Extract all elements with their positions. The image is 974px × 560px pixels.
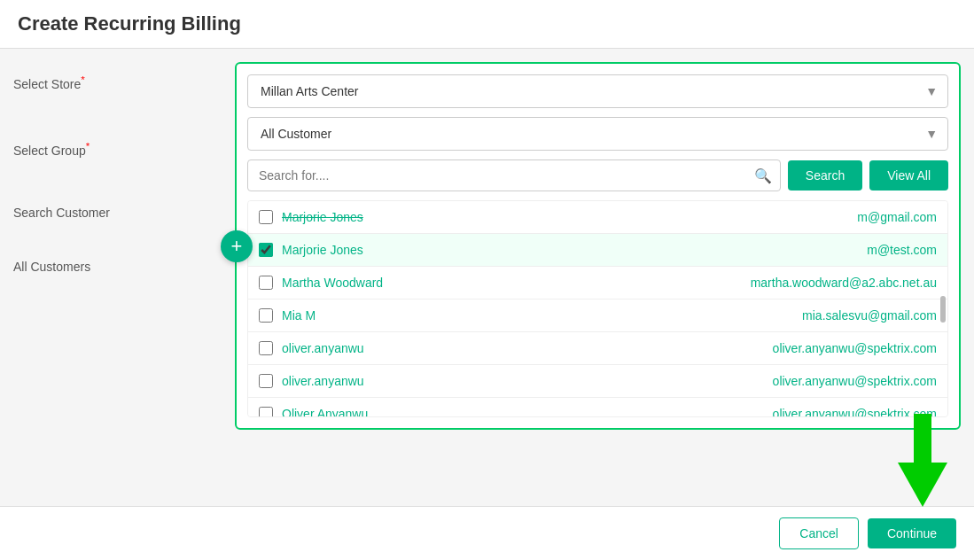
select-group-label: Select Group* — [13, 140, 217, 158]
table-row: Oliver Anyanwuoliver.anyanwu@spektrix.co… — [248, 398, 947, 417]
form-box: Millan Arts Center ▼ All Customer ▼ 🔍 — [235, 62, 961, 430]
customer-name[interactable]: Mia M — [282, 308, 802, 323]
search-button[interactable]: Search — [788, 160, 862, 191]
search-icon: 🔍 — [754, 167, 772, 184]
table-row: Mia Mmia.salesvu@gmail.com — [248, 299, 947, 332]
search-input[interactable] — [247, 159, 781, 191]
customer-email: m@test.com — [867, 243, 937, 257]
arrow-indicator — [898, 414, 947, 507]
store-select-wrapper: Millan Arts Center ▼ — [247, 74, 948, 108]
store-select[interactable]: Millan Arts Center — [247, 74, 948, 108]
customer-email: oliver.anyanwu@spektrix.com — [773, 374, 937, 388]
customer-checkbox-6[interactable] — [259, 407, 273, 417]
add-customer-button[interactable]: + — [221, 230, 253, 262]
search-row: 🔍 Search View All — [247, 159, 948, 191]
content-area: Select Store* Select Group* Search Custo… — [0, 49, 974, 506]
page-footer: Cancel Continue — [0, 506, 974, 560]
all-customers-label: All Customers — [13, 260, 217, 274]
customer-checkbox-3[interactable] — [259, 308, 273, 323]
table-row: oliver.anyanwuoliver.anyanwu@spektrix.co… — [248, 332, 947, 365]
customer-name[interactable]: Marjorie Jones — [282, 210, 857, 224]
cancel-button[interactable]: Cancel — [779, 517, 859, 549]
customer-email: m@gmail.com — [857, 210, 937, 224]
customer-checkbox-4[interactable] — [259, 341, 273, 355]
customer-email: mia.salesvu@gmail.com — [802, 308, 937, 323]
customer-name[interactable]: oliver.anyanwu — [282, 374, 773, 388]
customer-email: martha.woodward@a2.abc.net.au — [751, 276, 937, 290]
customer-checkbox-2[interactable] — [259, 276, 273, 290]
arrow-shaft — [914, 414, 931, 463]
table-row: Marjorie Jonesm@test.com — [248, 234, 947, 267]
continue-button[interactable]: Continue — [868, 518, 956, 548]
search-input-wrapper: 🔍 — [247, 159, 781, 191]
page-container: Create Recurring Billing Select Store* S… — [0, 0, 974, 560]
customer-name[interactable]: Oliver Anyanwu — [282, 407, 773, 417]
table-row: Martha Woodwardmartha.woodward@a2.abc.ne… — [248, 267, 947, 299]
customer-name[interactable]: oliver.anyanwu — [282, 341, 773, 355]
page-title: Create Recurring Billing — [18, 12, 241, 35]
arrow-head — [898, 463, 947, 507]
customer-name[interactable]: Martha Woodward — [282, 276, 751, 290]
customer-email: oliver.anyanwu@spektrix.com — [773, 341, 937, 355]
customer-checkbox-5[interactable] — [259, 374, 273, 388]
group-select[interactable]: All Customer — [247, 117, 948, 151]
search-customer-label: Search Customer — [13, 206, 217, 220]
table-row: oliver.anyanwuoliver.anyanwu@spektrix.co… — [248, 365, 947, 398]
view-all-button[interactable]: View All — [869, 160, 948, 191]
customers-list: Marjorie Jonesm@gmail.comMarjorie Jonesm… — [247, 200, 948, 417]
main-area: Millan Arts Center ▼ All Customer ▼ 🔍 — [230, 49, 974, 506]
customer-name[interactable]: Marjorie Jones — [282, 243, 867, 257]
table-row: Marjorie Jonesm@gmail.com — [248, 201, 947, 234]
scrollbar[interactable] — [940, 296, 946, 323]
select-store-label: Select Store* — [13, 74, 217, 91]
page-header: Create Recurring Billing — [0, 0, 974, 49]
sidebar: Select Store* Select Group* Search Custo… — [0, 49, 230, 506]
customer-checkbox-1[interactable] — [259, 243, 273, 257]
group-select-wrapper: All Customer ▼ — [247, 117, 948, 151]
customer-checkbox-0[interactable] — [259, 210, 273, 224]
